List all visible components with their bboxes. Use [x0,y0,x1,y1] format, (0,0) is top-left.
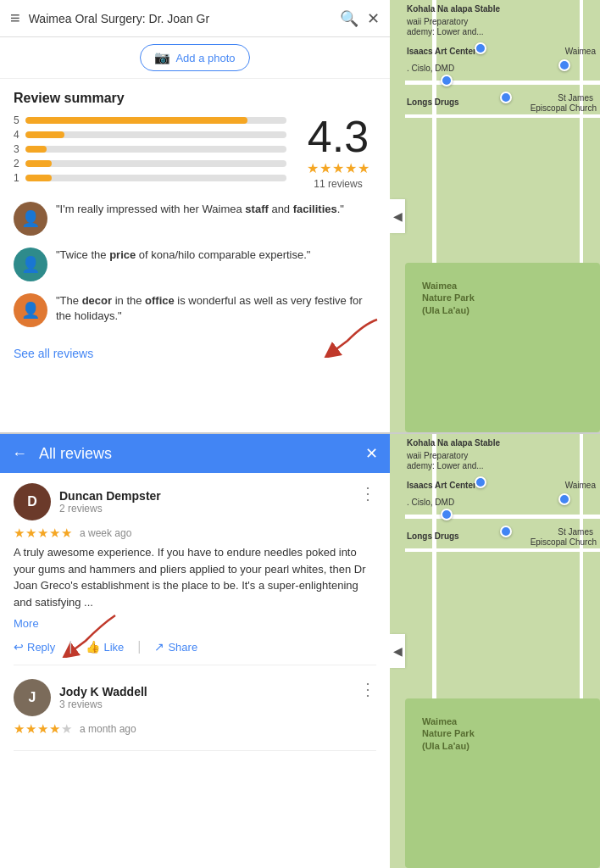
reviewer-name-1: Duncan Dempster [59,489,161,503]
review-summary-title: Review summary [14,91,376,106]
annotation-arrow-top [314,315,381,358]
map-b-label-episcopal: Episcopal Church [531,537,597,547]
review-card-2-header: J Jody K Waddell 3 reviews ⋮ [14,679,376,716]
reviewer-details-2: Jody K Waddell 3 reviews [59,685,147,710]
reply-button-1[interactable]: ↩ Reply [14,640,55,654]
back-icon[interactable]: ← [12,445,27,463]
score-section: 4.3 ★★★★★ 11 reviews [300,114,376,190]
snippet-text-2: "Twice the price of kona/hilo comparable… [56,248,310,263]
reviewer-avatar-initials-2: J [29,690,36,705]
review-summary: Review summary 5 4 [0,79,390,202]
bar-row-3: 3 [14,143,286,155]
like-icon: 👍 [86,640,100,654]
reviewer-count-2: 3 reviews [59,698,147,710]
map-top: ◀ WaimeaNature Park(Ula La'au) Kohala Na… [390,0,600,432]
arrow-annotation-container: More [14,615,376,631]
bar-row-4: 4 [14,129,286,141]
bars-section: 5 4 3 [14,114,286,190]
more-options-icon-2[interactable]: ⋮ [359,679,376,699]
map-label-stjames: St James [558,93,593,103]
map-b-label-stjames: St James [558,527,593,537]
map-b-pin-4 [500,526,512,537]
snippet-row-2: 👤 "Twice the price of kona/hilo comparab… [14,248,376,281]
park-label: WaimeaNature Park(Ula La'au) [422,280,475,316]
left-pane-bottom: ← All reviews ✕ D Duncan Dempster 2 revi… [0,434,390,868]
bar-label-2: 2 [14,158,20,170]
add-photo-section: 📷 Add a photo [0,37,390,79]
bar-track-2 [25,160,286,167]
more-link-1[interactable]: More [14,617,39,630]
map-b-label-isaacs: Isaacs Art Center [407,481,476,490]
left-pane-top: ≡ Waimea Oral Surgery: Dr. Joan Gr 🔍 ✕ 📷… [0,0,390,432]
bar-track-1 [25,175,286,181]
top-panel: ≡ Waimea Oral Surgery: Dr. Joan Gr 🔍 ✕ 📷… [0,0,600,434]
hamburger-icon[interactable]: ≡ [10,8,20,28]
map-b-label-waimea: Waimea [565,481,596,490]
action-divider-1: | [69,639,72,654]
map-b-label-longs: Longs Drugs [407,531,459,541]
search-icon[interactable]: 🔍 [340,9,358,28]
map-pin-3 [441,75,453,86]
rating-content: 5 4 3 [14,114,376,190]
share-label: Share [168,641,197,654]
score-count: 11 reviews [314,178,362,190]
see-all-reviews-link[interactable]: See all reviews [14,347,93,360]
map-b-label-waii: waii Preparatory [407,451,468,460]
park-label-bottom: WaimeaNature Park(Ula La'au) [422,715,475,752]
road-v2 [580,0,583,305]
review-stars-row-1: ★★★★★ a week ago [14,526,376,541]
share-button-1[interactable]: ↗ Share [154,640,197,654]
add-photo-button[interactable]: 📷 Add a photo [140,44,249,71]
map-fold-arrow-bottom[interactable]: ◀ [390,634,405,668]
bar-fill-5 [25,117,247,124]
map-b-label-ademy: ademy: Lower and... [407,461,484,470]
map-fold-arrow-top[interactable]: ◀ [390,199,405,233]
map-b-label-cislo: . Cislo, DMD [407,498,454,507]
snippet-row-1: 👤 "I'm really impressed with her Waimea … [14,202,376,236]
bar-track-3 [25,146,286,153]
park-area-bottom: WaimeaNature Park(Ula La'au) [405,698,600,868]
review-card-1: D Duncan Dempster 2 reviews ⋮ ★★★★★ a we… [14,483,376,665]
map-b-label-kohala: Kohala Na alapa Stable [407,438,500,448]
map-label-ademy: ademy: Lower and... [407,27,484,36]
map-b-pin-2 [558,493,570,505]
park-area: WaimeaNature Park(Ula La'au) [405,263,600,432]
bar-track-4 [25,131,286,138]
map-label-episcopal: Episcopal Church [531,103,597,113]
bar-row-2: 2 [14,158,286,170]
close-icon[interactable]: ✕ [367,9,380,28]
review-text-1: A truly awesome experience. If you have … [14,544,376,610]
bar-label-1: 1 [14,172,20,184]
map-pin-2 [558,59,570,71]
reviewer-info-2: J Jody K Waddell 3 reviews [14,679,147,716]
score-stars: ★★★★★ [307,160,370,176]
close-white-icon[interactable]: ✕ [365,444,378,463]
like-button-1[interactable]: 👍 Like [86,640,124,654]
bar-label-4: 4 [14,129,20,141]
review-time-2: a month ago [80,723,136,735]
review-stars-2: ★★★★★ [14,721,73,737]
snippet-avatar-1: 👤 [14,202,47,236]
review-stars-1: ★★★★★ [14,526,73,541]
action-divider-2: | [137,639,141,654]
snippet-text-1: "I'm really impressed with her Waimea st… [56,202,344,217]
reviewer-name-2: Jody K Waddell [59,685,147,698]
header-bar: ≡ Waimea Oral Surgery: Dr. Joan Gr 🔍 ✕ [0,0,390,37]
map-b-pin-3 [441,509,453,520]
more-options-icon-1[interactable]: ⋮ [359,483,376,504]
map-pin-1 [475,42,486,54]
reviewer-avatar-initials-1: D [27,494,37,509]
all-reviews-header: ← All reviews ✕ [0,434,390,473]
bar-fill-3 [25,146,47,153]
map-label-waimea: Waimea [565,47,596,56]
reviewer-info-1: D Duncan Dempster 2 reviews [14,483,161,520]
bar-fill-4 [25,131,64,138]
review-card-2: J Jody K Waddell 3 reviews ⋮ ★★★★★ a mon… [14,679,376,751]
snippet-avatar-3: 👤 [14,293,47,327]
map-label-cislo: . Cislo, DMD [407,64,454,73]
review-actions-1: ↩ Reply | 👍 Like | ↗ Share [14,639,376,654]
map-label-kohala: Kohala Na alapa Stable [407,4,500,14]
reviewer-count-1: 2 reviews [59,503,161,515]
review-stars-row-2: ★★★★★ a month ago [14,721,376,737]
bar-fill-1 [25,175,52,181]
